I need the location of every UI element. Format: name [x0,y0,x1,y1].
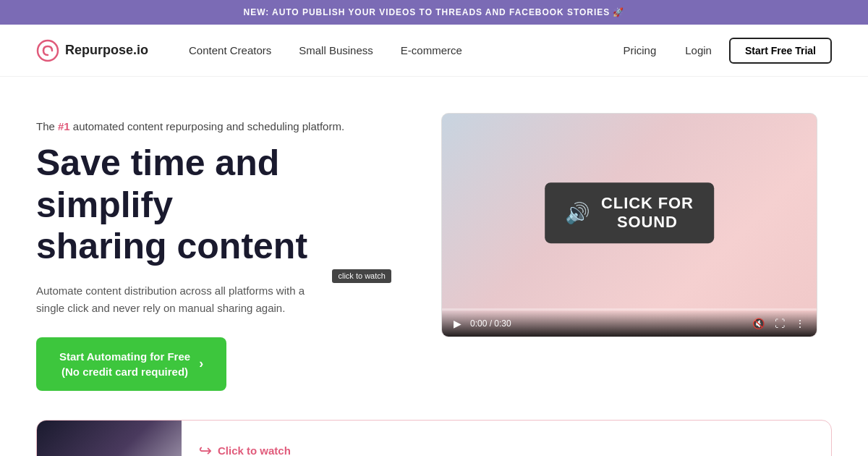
sound-btn-label: CLICK FORSOUND [601,194,694,232]
hero-tagline: The #1 automated content repurposing and… [36,120,412,132]
logo-text: Repurpose.io [65,43,148,58]
fullscreen-button[interactable]: ⛶ [773,316,786,331]
hero-left: The #1 automated content repurposing and… [36,113,412,391]
hero-title-line1: Save time and simplify [36,143,279,225]
logo[interactable]: Repurpose.io [36,39,148,62]
click-to-watch-area: ↩ Click to watch [199,442,502,457]
nav-small-business[interactable]: Small Business [287,38,385,62]
nav-left: Content Creators Small Business E-commer… [177,38,611,62]
hero-title: Save time and simplify sharing contentcl… [36,143,412,268]
hero-section: The #1 automated content repurposing and… [0,77,868,413]
video-player[interactable]: 🔊 CLICK FORSOUND ▶ 0:00 / 0:30 🔇 ⛶ ⋮ [441,113,817,337]
announcement-bar: NEW: AUTO PUBLISH YOUR VIDEOS TO THREADS… [0,0,868,25]
feature-card: ↩ Click to watch Crack the Code to Fast … [36,420,832,457]
cta-arrow: › [199,355,203,373]
play-button[interactable]: ▶ [452,316,463,331]
mute-button[interactable]: 🔇 [751,316,766,331]
arrow-left-icon: ↩ [199,442,212,457]
nav-content-creators[interactable]: Content Creators [177,38,283,62]
speaker-icon: 🔊 [565,201,591,225]
svg-point-0 [38,41,58,61]
tagline-suffix: automated content repurposing and schedu… [70,120,344,132]
hero-description: Automate content distribution across all… [36,282,326,317]
click-for-sound-button[interactable]: 🔊 CLICK FORSOUND [545,182,714,243]
video-ctrl-icons: 🔇 ⛶ ⋮ [751,316,807,331]
navbar: Repurpose.io Content Creators Small Busi… [0,25,868,77]
click-to-watch-link[interactable]: Click to watch [218,444,291,456]
logo-icon [36,39,59,62]
time-display: 0:00 / 0:30 [470,318,744,329]
start-free-trial-button[interactable]: Start Free Trial [729,38,832,64]
click-to-watch-badge[interactable]: click to watch [332,269,391,283]
tagline-number: #1 [58,120,70,132]
bottom-section: ↩ Click to watch Crack the Code to Fast … [0,420,868,457]
nav-ecommerce[interactable]: E-commerce [389,38,474,62]
tagline-prefix: The [36,120,58,132]
card-image-inner [37,421,182,457]
hero-right: 🔊 CLICK FORSOUND ▶ 0:00 / 0:30 🔇 ⛶ ⋮ [441,113,817,337]
nav-pricing[interactable]: Pricing [611,38,668,62]
card-image [37,421,182,457]
nav-right: Pricing Login Start Free Trial [611,38,832,64]
nav-login[interactable]: Login [673,38,723,62]
announcement-text: NEW: AUTO PUBLISH YOUR VIDEOS TO THREADS… [244,7,625,17]
cta-text: Start Automating for Free (No credit car… [59,349,190,379]
more-options-button[interactable]: ⋮ [793,316,807,331]
card-content: ↩ Click to watch Crack the Code to Fast … [182,421,519,457]
video-controls: ▶ 0:00 / 0:30 🔇 ⛶ ⋮ [442,311,817,337]
start-automating-button[interactable]: Start Automating for Free (No credit car… [36,337,226,391]
hero-title-line2: sharing contentclick to watch [36,226,307,266]
